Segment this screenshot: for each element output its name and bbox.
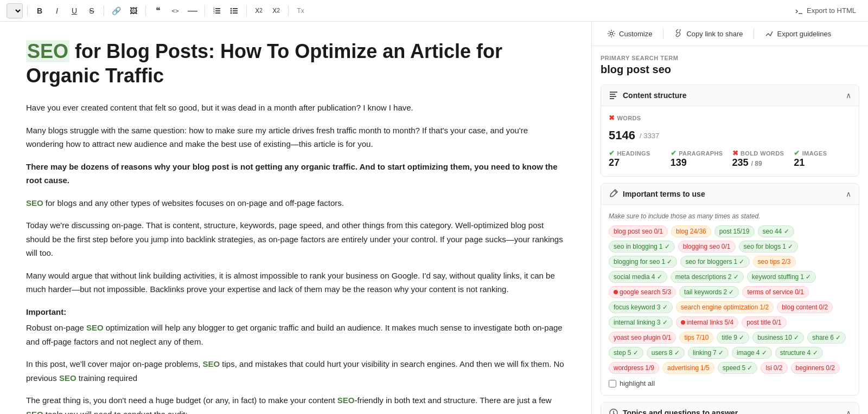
- seo-link-3[interactable]: SEO: [203, 359, 220, 368]
- term-badge-9[interactable]: seo tips 2/3: [753, 256, 796, 268]
- highlight-all-checkbox[interactable]: [609, 380, 616, 387]
- term-label-33: advertising: [667, 364, 699, 372]
- unordered-list-button[interactable]: [227, 3, 242, 18]
- term-badge-14[interactable]: tail keywords 2 ✓: [679, 286, 739, 298]
- svg-point-12: [610, 33, 613, 35]
- export-html-button[interactable]: Export to HTML: [789, 4, 861, 17]
- term-label-29: linking: [693, 349, 711, 357]
- term-badge-16[interactable]: focus keyword 3 ✓: [609, 301, 673, 313]
- content-structure-title: Content structure: [609, 90, 686, 100]
- term-badge-11[interactable]: meta descriptions 2 ✓: [671, 271, 744, 283]
- term-badge-1[interactable]: blog 24/36: [671, 225, 711, 237]
- term-badge-13[interactable]: google search 5/3: [609, 286, 676, 298]
- important-terms-header[interactable]: Important terms to use ∧: [601, 184, 859, 204]
- term-badge-22[interactable]: yoast seo plugin 0/1: [609, 332, 676, 344]
- seo-link-5[interactable]: SEO: [337, 396, 355, 405]
- content-structure-header[interactable]: Content structure ∧: [601, 85, 859, 106]
- svg-rect-6: [233, 8, 238, 9]
- term-badge-28[interactable]: users 8 ✓: [647, 347, 685, 359]
- clear-format-button[interactable]: Tx: [293, 3, 308, 18]
- para-2: Many blogs struggle with the same questi…: [26, 124, 565, 151]
- italic-button[interactable]: I: [49, 3, 65, 18]
- bold-button[interactable]: B: [32, 3, 47, 18]
- export-html-icon: [795, 7, 803, 15]
- term-badge-15[interactable]: terms of service 0/1: [742, 286, 808, 298]
- term-label-9: seo tips: [758, 258, 780, 266]
- important-terms-chevron: ∧: [846, 190, 851, 198]
- para-9: The great thing is, you don't need a hug…: [26, 393, 565, 414]
- strikethrough-button[interactable]: S: [84, 3, 99, 18]
- term-badge-34[interactable]: speed 5 ✓: [718, 362, 758, 374]
- superscript-button[interactable]: X2: [269, 3, 284, 18]
- term-count-19: 3 ✓: [657, 319, 668, 326]
- svg-rect-14: [610, 94, 615, 95]
- format-select[interactable]: Normal: [7, 3, 23, 18]
- term-label-0: blog post seo: [614, 228, 652, 235]
- images-value: 21: [794, 157, 851, 169]
- term-badge-26[interactable]: share 6 ✓: [807, 332, 846, 344]
- content-structure-chevron: ∧: [846, 91, 851, 100]
- term-badge-6[interactable]: seo for blogs 1 ✓: [739, 241, 799, 253]
- term-badge-29[interactable]: linking 7 ✓: [688, 347, 729, 359]
- seo-link-6[interactable]: SEO: [26, 410, 43, 415]
- stats-grid: ✔ HEADINGS 27 ✔ PARAGRAPHS 139: [609, 149, 851, 169]
- term-badge-10[interactable]: social media 4 ✓: [609, 271, 667, 283]
- term-badge-25[interactable]: business 10 ✓: [752, 332, 804, 344]
- terms-note: Make sure to include those as many times…: [609, 212, 851, 220]
- term-badge-18[interactable]: blog content 0/2: [777, 301, 833, 313]
- term-badge-2[interactable]: post 15/19: [714, 225, 755, 237]
- topics-header[interactable]: Topics and questions to answer ∧: [601, 403, 859, 414]
- term-count-32: 1/9: [645, 364, 654, 372]
- underline-button[interactable]: U: [67, 3, 82, 18]
- export-guidelines-button[interactable]: Export guidelines: [758, 26, 838, 41]
- term-badge-4[interactable]: seo in blogging 1 ✓: [609, 241, 675, 253]
- term-badge-5[interactable]: blogging seo 0/1: [678, 241, 736, 253]
- term-badge-20[interactable]: internal links 5/4: [676, 316, 738, 328]
- term-badge-23[interactable]: tips 7/10: [679, 332, 713, 344]
- editor-area[interactable]: SEO for Blog Posts: How To Optimize an A…: [0, 22, 591, 414]
- hr-button[interactable]: —: [185, 3, 200, 18]
- link-button[interactable]: 🔗: [108, 3, 124, 18]
- term-badge-19[interactable]: internal linking 3 ✓: [609, 316, 673, 328]
- term-badge-24[interactable]: title 9 ✓: [717, 332, 749, 344]
- term-label-4: seo in blogging: [614, 243, 658, 250]
- term-count-23: 7/10: [696, 334, 709, 341]
- term-badge-12[interactable]: keyword stuffing 1 ✓: [747, 271, 816, 283]
- term-label-6: seo for blogs: [744, 243, 781, 250]
- code-button[interactable]: <>: [168, 3, 183, 18]
- term-badge-35[interactable]: lsi 0/2: [761, 362, 787, 374]
- copy-link-button[interactable]: Copy link to share: [668, 26, 749, 41]
- seo-link-1[interactable]: SEO: [26, 198, 43, 208]
- topics-title: Topics and questions to answer: [609, 408, 738, 414]
- blockquote-button[interactable]: ❝: [150, 3, 165, 18]
- term-count-31: 4 ✓: [807, 349, 818, 357]
- customize-button[interactable]: Customize: [601, 26, 659, 41]
- term-badge-7[interactable]: blogging for seo 1 ✓: [609, 256, 677, 268]
- subscript-button[interactable]: X2: [251, 3, 266, 18]
- paragraphs-status-icon: ✔: [671, 149, 676, 157]
- term-badge-3[interactable]: seo 44 ✓: [758, 225, 794, 237]
- term-badge-33[interactable]: advertising 1/5: [662, 362, 714, 374]
- seo-link-4[interactable]: SEO: [59, 373, 76, 383]
- export-guidelines-label: Export guidelines: [777, 30, 831, 38]
- term-label-19: internal linking: [614, 319, 655, 326]
- term-badge-32[interactable]: wordpress 1/9: [609, 362, 659, 374]
- ordered-list-button[interactable]: 123: [209, 3, 225, 18]
- important-terms-title: Important terms to use: [609, 189, 705, 199]
- term-badge-36[interactable]: beginners 0/2: [791, 362, 840, 374]
- term-badge-27[interactable]: step 5 ✓: [609, 347, 643, 359]
- bold-words-value: 235 / 89: [732, 157, 790, 169]
- seo-link-2[interactable]: SEO: [86, 323, 104, 332]
- term-count-11: 2 ✓: [728, 273, 739, 281]
- term-badge-17[interactable]: search engine optimization 1/2: [676, 301, 774, 313]
- term-badge-30[interactable]: image 4 ✓: [732, 347, 772, 359]
- bold-words-status-icon: ✖: [732, 149, 738, 157]
- para-4: SEO for blogs and any other types of web…: [26, 196, 565, 210]
- term-badge-8[interactable]: seo for bloggers 1 ✓: [680, 256, 749, 268]
- term-badge-0[interactable]: blog post seo 0/1: [609, 225, 668, 237]
- image-button[interactable]: 🖼: [126, 3, 141, 18]
- term-count-4: 1 ✓: [659, 243, 670, 250]
- term-badge-31[interactable]: structure 4 ✓: [775, 347, 823, 359]
- svg-rect-13: [610, 92, 617, 93]
- term-badge-21[interactable]: post title 0/1: [742, 316, 786, 328]
